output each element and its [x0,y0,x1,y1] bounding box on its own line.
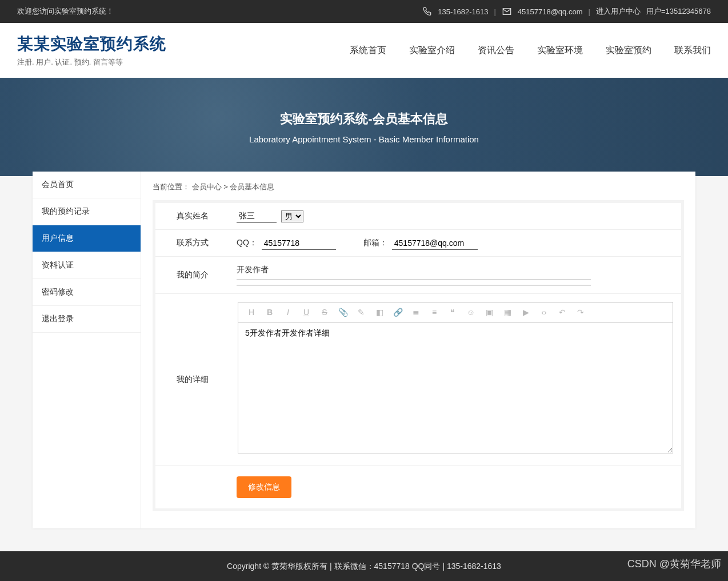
banner: 实验室预约系统-会员基本信息 Laboratory Appointment Sy… [0,78,728,176]
underline-icon[interactable]: U [301,307,311,317]
breadcrumb-label: 当前位置： [153,182,190,191]
sidebar-item-verify[interactable]: 资料认证 [33,252,141,279]
link-icon[interactable]: 🔗 [393,307,403,317]
breadcrumb-current: 会员基本信息 [230,182,274,191]
sidebar-item-password[interactable]: 密码修改 [33,279,141,306]
intro-text: 开发作者 [237,265,674,275]
quote-icon[interactable]: ❝ [447,307,458,317]
site-subtitle: 注册. 用户. 认证. 预约. 留言等等 [17,57,166,67]
align-icon[interactable]: ≡ [429,307,439,317]
italic-icon[interactable]: I [283,307,293,317]
breadcrumb-center[interactable]: 会员中心 [192,182,222,191]
site-title: 某某实验室预约系统 [17,33,166,55]
email-input[interactable] [392,237,478,250]
breadcrumb-sep: > [223,182,230,191]
list-icon[interactable]: ≣ [411,307,421,317]
banner-title: 实验室预约系统-会员基本信息 [280,110,447,128]
main-container: 会员首页 我的预约记录 用户信息 资料认证 密码修改 退出登录 当前位置： 会员… [33,172,695,528]
emoji-icon[interactable]: ☺ [466,307,476,317]
sidebar: 会员首页 我的预约记录 用户信息 资料认证 密码修改 退出登录 [33,172,141,528]
qq-input[interactable] [262,237,336,250]
nav-appointment[interactable]: 实验室预约 [606,45,651,57]
breadcrumb: 当前位置： 会员中心 > 会员基本信息 [141,182,695,200]
phone-icon [422,6,432,17]
row-real-name: 真实姓名 男 [155,203,681,230]
topbar-phone[interactable]: 135-1682-1613 [438,7,488,16]
strikethrough-icon[interactable]: S [319,307,330,317]
detail-textarea[interactable] [238,322,673,453]
clip-icon[interactable]: 📎 [338,307,348,317]
intro-divider [237,285,591,285]
logo-block: 某某实验室预约系统 注册. 用户. 认证. 预约. 留言等等 [17,33,166,67]
footer: Copyright © 黄菊华版权所有 | 联系微信：45157718 QQ同号… [0,551,728,581]
nav-news[interactable]: 资讯公告 [478,45,514,57]
footer-text: Copyright © 黄菊华版权所有 | 联系微信：45157718 QQ同号… [227,562,501,571]
main-content: 当前位置： 会员中心 > 会员基本信息 真实姓名 男 联系方式 QQ： [141,172,695,528]
form-wrap: 真实姓名 男 联系方式 QQ： 邮箱： 我的简介 [153,200,684,511]
intro-divider [237,280,591,280]
row-detail: 我的详细 H B I U S 📎 ✎ ◧ 🔗 ≣ [155,294,681,466]
row-submit: 修改信息 [155,466,681,508]
main-nav: 系统首页 实验室介绍 资讯公告 实验室环境 实验室预约 联系我们 [350,45,711,57]
banner-subtitle: Laboratory Appointment System - Basic Me… [249,134,479,144]
real-name-input[interactable] [237,210,277,223]
separator: | [494,7,495,16]
header: 某某实验室预约系统 注册. 用户. 认证. 预约. 留言等等 系统首页 实验室介… [0,23,728,78]
label-empty [155,466,230,508]
editor-toolbar: H B I U S 📎 ✎ ◧ 🔗 ≣ ≡ ❝ ☺ [238,302,673,322]
topbar-email[interactable]: 45157718@qq.com [518,7,583,16]
undo-icon[interactable]: ↶ [557,307,567,317]
bold-icon[interactable]: B [265,307,275,317]
email-icon [502,6,512,17]
sidebar-item-logout[interactable]: 退出登录 [33,306,141,333]
sidebar-item-records[interactable]: 我的预约记录 [33,198,141,225]
separator: | [588,7,590,16]
table-icon[interactable]: ▦ [502,307,513,317]
rich-editor: H B I U S 📎 ✎ ◧ 🔗 ≣ ≡ ❝ ☺ [237,300,674,460]
qq-label: QQ： [237,238,257,248]
video-icon[interactable]: ▶ [521,307,531,317]
nav-home[interactable]: 系统首页 [350,45,386,57]
current-user-label[interactable]: 用户=13512345678 [646,6,711,17]
sidebar-item-userinfo[interactable]: 用户信息 [33,225,141,252]
email-label: 邮箱： [363,238,387,248]
redo-icon[interactable]: ↷ [575,307,586,317]
enter-user-center-link[interactable]: 进入用户中心 [596,6,641,17]
code-icon[interactable]: ‹› [539,307,549,317]
topbar-welcome: 欢迎您访问实验室预约系统！ [17,6,114,17]
row-intro: 我的简介 开发作者 [155,257,681,294]
erase-icon[interactable]: ◧ [374,307,385,317]
heading-icon[interactable]: H [246,307,257,317]
submit-button[interactable]: 修改信息 [237,476,291,498]
nav-lab-intro[interactable]: 实验室介绍 [409,45,455,57]
topbar: 欢迎您访问实验室预约系统！ 135-1682-1613 | 45157718@q… [0,0,728,23]
nav-contact[interactable]: 联系我们 [674,45,711,57]
row-contact: 联系方式 QQ： 邮箱： [155,230,681,257]
label-intro: 我的简介 [155,257,230,293]
gender-select[interactable]: 男 [281,210,303,222]
label-real-name: 真实姓名 [155,203,230,229]
sidebar-item-home[interactable]: 会员首页 [33,172,141,198]
image-icon[interactable]: ▣ [484,307,494,317]
label-contact: 联系方式 [155,230,230,256]
label-detail: 我的详细 [155,294,230,465]
brush-icon[interactable]: ✎ [356,307,366,317]
nav-environment[interactable]: 实验室环境 [537,45,583,57]
topbar-right: 135-1682-1613 | 45157718@qq.com | 进入用户中心… [422,6,711,17]
